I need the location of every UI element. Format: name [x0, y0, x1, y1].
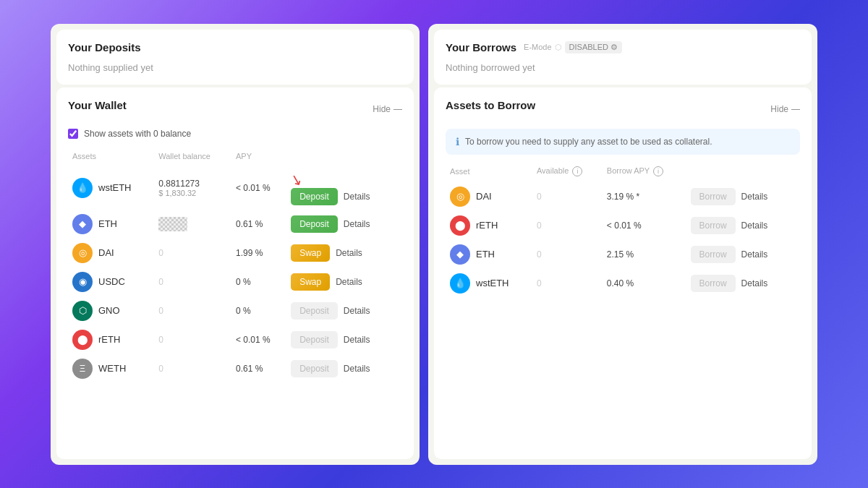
wallet-action-cell: Deposit Details — [286, 210, 402, 239]
wallet-action-cell: Deposit Details — [286, 354, 402, 383]
col-actions — [286, 149, 402, 166]
details-button[interactable]: Details — [341, 360, 373, 377]
wallet-balance-cell: 0 — [154, 354, 231, 383]
wallet-table-row: ⬤ rETH 0< 0.01 % Deposit Details — [68, 325, 402, 354]
wallet-table-row: ◉ USDC 00 % Swap Details — [68, 267, 402, 296]
wallet-asset-cell: ⬡ GNO — [68, 296, 154, 325]
deposit-button[interactable]: Deposit — [291, 215, 338, 233]
asset-icon: ◆ — [72, 214, 93, 234]
borrow-hide-dash-icon: — — [791, 104, 800, 114]
asset-name: GNO — [98, 305, 120, 316]
asset-icon: ⬤ — [450, 215, 470, 236]
apy-value: 0.61 % — [236, 364, 263, 374]
borrow-assets-title: Assets to Borrow — [446, 99, 535, 111]
borrow-info-text: To borrow you need to supply any asset t… — [465, 137, 712, 147]
balance-zero: 0 — [158, 335, 163, 345]
borrows-title: Your Borrows — [446, 41, 516, 53]
wallet-asset-cell: ◉ USDC — [68, 267, 154, 296]
asset-name: ETH — [476, 249, 495, 260]
available-value: 0 — [537, 192, 542, 202]
details-button[interactable]: Details — [739, 217, 771, 234]
borrows-empty: Nothing borrowed yet — [446, 62, 800, 73]
asset-name: wstETH — [98, 182, 132, 193]
emode-badge: E-Mode ⬡ DISABLED ⚙ — [524, 41, 622, 53]
wallet-balance-cell: 0 — [154, 267, 231, 296]
wallet-hide-button[interactable]: Hide — — [373, 104, 402, 114]
wallet-action-cell: Swap Details — [286, 239, 402, 267]
deposit-button[interactable]: Deposit — [291, 188, 338, 205]
info-circle-icon: ℹ — [456, 136, 459, 147]
settings-icon[interactable]: ⚙ — [610, 43, 618, 52]
show-zero-label: Show assets with 0 balance — [84, 129, 191, 139]
balance-usd: $ 1,830.32 — [158, 189, 227, 197]
asset-icon: ◆ — [450, 244, 470, 265]
available-value: 0 — [537, 278, 542, 288]
wallet-apy-cell: 1.99 % — [231, 239, 286, 267]
borrow-apy-value: 0.40 % — [607, 278, 634, 288]
borrow-hide-button[interactable]: Hide — — [770, 104, 800, 114]
swap-button[interactable]: Swap — [291, 273, 330, 291]
borrow-apy-cell: 0.40 % — [603, 269, 686, 298]
details-button[interactable]: Details — [739, 246, 771, 263]
wallet-balance-cell: 0 — [154, 239, 231, 267]
details-button[interactable]: Details — [739, 275, 771, 292]
apy-value: 0 % — [236, 277, 251, 287]
wallet-asset-cell: ◆ ETH — [68, 210, 154, 239]
wallet-table-row: ◆ ETH 0.61 % Deposit Details — [68, 210, 402, 239]
col-assets: Assets — [68, 149, 154, 166]
details-button[interactable]: Details — [341, 188, 373, 205]
your-wallet-section: Your Wallet Hide — Show assets with 0 ba… — [56, 87, 414, 459]
asset-name: USDC — [98, 276, 125, 287]
deposit-disabled-button: Deposit — [291, 360, 338, 377]
borrow-action-cell: Borrow Details — [686, 269, 800, 298]
details-button[interactable]: Details — [341, 331, 373, 348]
borrow-asset-cell: ◎ DAI — [446, 182, 532, 211]
hide-dash-icon: — — [393, 104, 402, 114]
borrow-apy-info-icon: i — [653, 166, 663, 176]
details-button[interactable]: Details — [739, 188, 771, 205]
details-button[interactable]: Details — [333, 244, 365, 262]
balance-zero: 0 — [158, 364, 163, 374]
borrow-asset-cell: 💧 wstETH — [446, 269, 532, 298]
deposits-empty: Nothing supplied yet — [68, 62, 402, 73]
borrow-col-actions — [686, 163, 800, 182]
available-value: 0 — [537, 221, 542, 231]
borrow-button: Borrow — [691, 246, 736, 263]
borrow-apy-cell: 3.19 % * — [603, 182, 686, 211]
main-container: Your Deposits Nothing supplied yet Your … — [51, 24, 817, 465]
asset-name: ETH — [98, 218, 117, 229]
borrow-apy-value: 2.15 % — [607, 249, 634, 260]
wallet-table-row: ◎ DAI 01.99 % Swap Details — [68, 239, 402, 267]
borrow-apy-value: 3.19 % * — [607, 192, 639, 202]
disabled-label: DISABLED — [569, 43, 608, 51]
borrow-asset-cell: ◆ ETH — [446, 240, 532, 269]
asset-icon: ◎ — [450, 187, 470, 207]
wallet-asset-cell: ◎ DAI — [68, 239, 154, 267]
emode-label: E-Mode — [524, 43, 552, 51]
details-button[interactable]: Details — [341, 302, 373, 320]
swap-button[interactable]: Swap — [291, 244, 330, 262]
wallet-action-cell: Swap Details — [286, 267, 402, 296]
borrow-action-cell: Borrow Details — [686, 240, 800, 269]
wallet-table: Assets Wallet balance APY 💧 wstETH 0.881… — [68, 149, 402, 383]
show-zero-checkbox[interactable] — [68, 129, 78, 139]
deposit-disabled-button: Deposit — [291, 302, 338, 320]
wallet-header: Your Wallet Hide — — [68, 99, 402, 120]
details-button[interactable]: Details — [333, 273, 365, 291]
asset-name: wstETH — [476, 278, 509, 288]
borrow-col-available: Available i — [532, 163, 603, 182]
wallet-apy-cell: < 0.01 % — [231, 325, 286, 354]
borrow-available-cell: 0 — [532, 211, 603, 240]
borrow-button: Borrow — [691, 188, 736, 205]
borrow-apy-value: < 0.01 % — [607, 221, 642, 231]
wallet-asset-cell: 💧 wstETH — [68, 166, 154, 210]
apy-value: < 0.01 % — [236, 183, 271, 193]
balance-zero: 0 — [158, 248, 163, 258]
asset-icon: ⬡ — [72, 301, 93, 321]
borrow-table-row: ⬤ rETH 0< 0.01 % Borrow Details — [446, 211, 800, 240]
wallet-balance-cell: 0 — [154, 325, 231, 354]
borrow-apy-cell: 2.15 % — [603, 240, 686, 269]
details-button[interactable]: Details — [341, 215, 373, 233]
wallet-apy-cell: < 0.01 % — [231, 166, 286, 210]
borrow-table: Asset Available i Borrow APY i — [446, 163, 800, 298]
